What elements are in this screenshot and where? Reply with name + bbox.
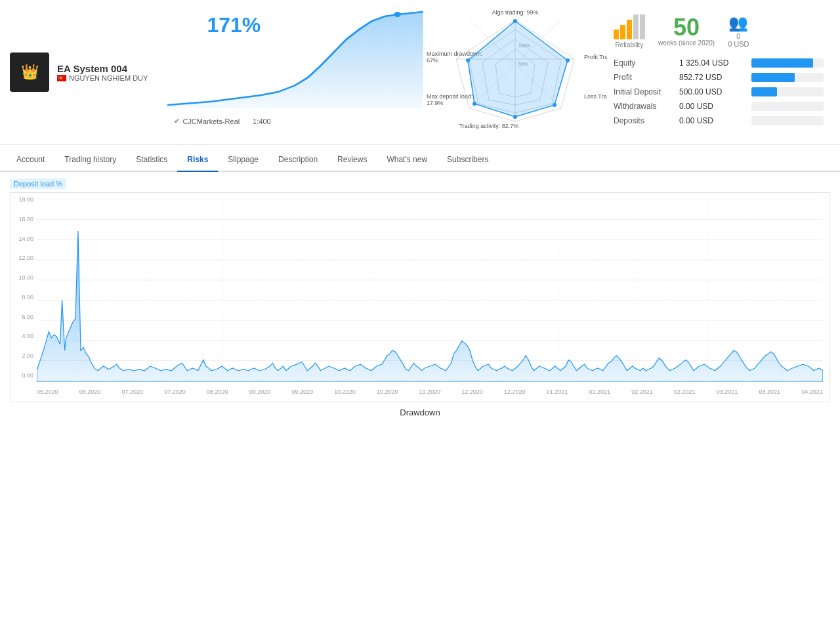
y-axis-label: 14.00 xyxy=(10,236,33,242)
x-axis-label: 08.2020 xyxy=(207,388,228,395)
svg-text:67%: 67% xyxy=(427,57,438,64)
radar-label-loss: Loss Trades: 27% xyxy=(584,93,607,100)
y-axis: 18.0016.0014.0012.0010.008.006.004.002.0… xyxy=(10,193,37,382)
y-axis-label: 10.00 xyxy=(10,274,33,281)
fin-bar xyxy=(751,58,813,68)
weeks-label: weeks (since 2020) xyxy=(658,39,715,47)
fin-bar-container xyxy=(751,73,824,82)
reliability-label: Reliability xyxy=(616,41,644,49)
page-header: 👑 EA System 004 🇻🇳 NGUYEN NGHIEM DUY 171… xyxy=(0,0,840,145)
x-axis-label: 07.2020 xyxy=(164,388,186,395)
tab-risks[interactable]: Risks xyxy=(177,148,218,172)
x-axis-label: 11.2020 xyxy=(419,388,441,395)
fin-value: 0.00 USD xyxy=(679,102,745,111)
x-axis-label: 09.2020 xyxy=(249,388,271,395)
weeks-section: 50 weeks (since 2020) xyxy=(658,16,715,47)
growth-percent: 171% xyxy=(207,13,261,37)
bar-2 xyxy=(620,25,625,39)
x-axis-label: 10.2020 xyxy=(334,388,356,395)
deposit-chart-svg xyxy=(37,200,823,382)
svg-point-14 xyxy=(513,19,517,23)
x-axis-label: 03.2021 xyxy=(717,388,738,395)
y-axis-label: 8.00 xyxy=(10,294,33,301)
broker-name: ✔ CJCMarkets-Real xyxy=(174,117,240,125)
fin-label: Initial Deposit xyxy=(614,87,673,96)
stats-right: Reliability 50 weeks (since 2020) 👥 0 0 … xyxy=(607,7,830,138)
bar-4 xyxy=(633,14,639,39)
svg-point-18 xyxy=(472,102,476,106)
growth-section: 171% ✔ CJCMarkets-Real xyxy=(167,7,423,138)
fin-bar xyxy=(751,73,795,82)
fin-label: Equity xyxy=(614,58,673,68)
y-axis-label: 6.00 xyxy=(10,314,33,320)
fin-bar-container xyxy=(751,87,824,96)
svg-point-0 xyxy=(394,12,401,17)
financial-row: Deposits 0.00 USD xyxy=(614,116,824,125)
x-axis-label: 01.2021 xyxy=(589,388,611,395)
radar-chart: Algo trading: 99% Profit Trades: 73% Los… xyxy=(423,7,607,138)
y-axis-label: 0.00 xyxy=(10,372,33,379)
verified-icon: ✔ xyxy=(174,117,180,125)
chart-bottom-label: Drawdown xyxy=(10,408,830,417)
x-axis-label: 12.2020 xyxy=(461,388,483,395)
x-axis-label: 09.2020 xyxy=(291,388,313,395)
x-axis-label: 03.2021 xyxy=(759,388,780,395)
tabs: AccountTrading historyStatisticsRisksSli… xyxy=(0,148,840,172)
tab-whats-new[interactable]: What's new xyxy=(377,148,437,172)
bar-3 xyxy=(627,20,632,39)
x-axis-label: 04.2021 xyxy=(801,388,823,395)
y-axis-label: 2.00 xyxy=(10,352,33,359)
x-axis-label: 05.2020 xyxy=(37,388,58,395)
deposit-load-label: Deposit load % xyxy=(10,178,66,189)
svg-point-17 xyxy=(513,115,517,119)
reliability-section: Reliability xyxy=(614,13,645,49)
financial-row: Withdrawals 0.00 USD xyxy=(614,102,824,111)
tab-account[interactable]: Account xyxy=(7,148,54,172)
radar-label-profit: Profit Trades: 73% xyxy=(584,54,607,60)
fin-label: Profit xyxy=(614,73,673,82)
y-axis-label: 16.00 xyxy=(10,216,33,222)
chart-inner xyxy=(37,200,823,382)
x-axis-label: 02.2021 xyxy=(674,388,696,395)
fin-bar-container xyxy=(751,102,824,111)
broker-info: ✔ CJCMarkets-Real 1:400 xyxy=(167,114,423,129)
x-axis-label: 06.2020 xyxy=(79,388,101,395)
fin-label: Withdrawals xyxy=(614,102,673,111)
leverage: 1:400 xyxy=(253,117,271,125)
y-axis-label: 12.00 xyxy=(10,255,33,261)
financial-rows: Equity 1 325.04 USD Profit 852.72 USD In… xyxy=(614,58,824,125)
chart-container: 18.0016.0014.0012.0010.008.006.004.002.0… xyxy=(10,192,830,402)
tab-reviews[interactable]: Reviews xyxy=(327,148,377,172)
bar-1 xyxy=(614,30,619,39)
fin-value: 1 325.04 USD xyxy=(679,58,745,68)
svg-marker-13 xyxy=(468,21,568,117)
growth-chart xyxy=(167,7,423,112)
y-axis-label: 18.00 xyxy=(10,196,33,203)
tab-slippage[interactable]: Slippage xyxy=(218,148,268,172)
subscribers-section: 👥 0 0 USD xyxy=(728,14,749,48)
fin-label: Deposits xyxy=(614,116,673,125)
financial-row: Profit 852.72 USD xyxy=(614,73,824,82)
chart-title-area: Deposit load % xyxy=(10,178,830,189)
chart-area: Deposit load % 18.0016.0014.0012.0010.00… xyxy=(0,172,840,424)
bar-5 xyxy=(640,14,645,39)
tab-trading-history[interactable]: Trading history xyxy=(54,148,126,172)
fin-bar xyxy=(751,87,777,96)
owner-name: 🇻🇳 NGUYEN NGHIEM DUY xyxy=(57,74,148,82)
tab-description[interactable]: Description xyxy=(268,148,327,172)
subscribers-count: 0 xyxy=(728,32,749,40)
fin-value: 852.72 USD xyxy=(679,73,745,82)
fin-bar-container xyxy=(751,116,824,125)
svg-point-15 xyxy=(566,58,570,62)
subscribers-usd: 0 USD xyxy=(728,40,749,48)
tab-statistics[interactable]: Statistics xyxy=(126,148,177,172)
radar-label-activity: Trading activity: 82.7% xyxy=(459,123,519,129)
reliability-bar-group xyxy=(614,13,645,39)
svg-point-16 xyxy=(553,103,556,107)
weeks-number: 50 xyxy=(658,16,715,39)
x-axis-label: 02.2021 xyxy=(631,388,653,395)
tab-subscribers[interactable]: Subscribers xyxy=(437,148,498,172)
fin-value: 500.00 USD xyxy=(679,87,745,96)
x-axis: 05.202006.202007.202007.202008.202009.20… xyxy=(37,382,823,402)
main-sections: 171% ✔ CJCMarkets-Real xyxy=(167,7,830,138)
